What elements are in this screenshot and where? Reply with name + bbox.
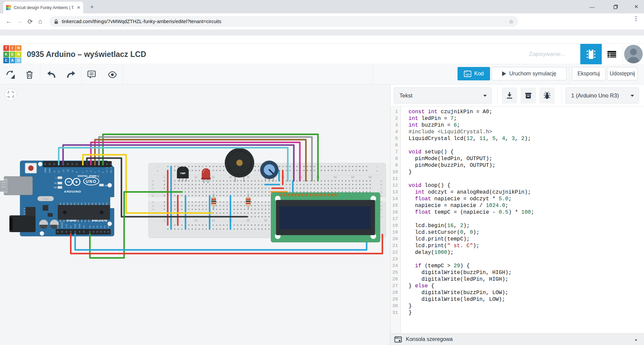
svg-text:50: 50	[334, 176, 337, 179]
svg-text:12: 12	[58, 170, 60, 173]
tmp-sensor[interactable]: TMP	[177, 167, 189, 178]
code-line[interactable]: 4#include <LiquidCrystal.h>	[390, 129, 644, 135]
main-area: AREFGND1312~11~10~987~6~54~32TX→1RX←0IOR…	[0, 84, 644, 345]
code-line[interactable]: 11	[390, 176, 644, 182]
svg-text:+: +	[376, 169, 378, 173]
bookmark-star-icon[interactable]: ☆	[509, 18, 514, 25]
code-line[interactable]: 3int buzzPin = 6;	[390, 122, 644, 129]
redo-button[interactable]	[65, 69, 77, 80]
tab-close-icon[interactable]: ✕	[77, 5, 80, 10]
code-button-label: Kod	[474, 71, 484, 77]
console-expand-icon[interactable]: ▲	[634, 338, 638, 341]
circuits-view-button[interactable]	[580, 44, 602, 64]
code-line[interactable]: 25 digitalWrite(buzzPin, HIGH);	[390, 269, 644, 276]
code-line[interactable]: 20 lcd.print(tempC);	[390, 236, 644, 243]
debugger-button[interactable]	[539, 87, 555, 104]
arduino-uno[interactable]: AREFGND1312~11~10~987~6~54~32TX→1RX←0IOR…	[4, 161, 114, 236]
export-button[interactable]: Eksportuj	[572, 67, 605, 80]
code-line[interactable]: 30}	[390, 303, 644, 309]
code-line[interactable]: 22 delay(1000);	[390, 249, 644, 256]
code-line[interactable]: 6	[390, 142, 644, 149]
code-line[interactable]: 14 float napiecie = odczyt * 5.0;	[390, 196, 644, 202]
code-line[interactable]: 18 lcd.begin(16, 2);	[390, 222, 644, 229]
download-icon	[506, 91, 513, 99]
code-line[interactable]: 19 lcd.setCursor(0, 0);	[390, 229, 644, 236]
back-icon[interactable]: ←	[4, 17, 13, 26]
address-bar[interactable]: tinkercad.com/things/7vMWqdZTHZL-funky-a…	[49, 16, 518, 27]
lcd-display[interactable]: GNDVCCV0RSRWEDB0DB1DB2DB3DB4DB5DB6DB7LED…	[271, 193, 380, 242]
svg-text:C: C	[152, 187, 154, 190]
code-line[interactable]: 12void loop() {	[390, 182, 644, 189]
resistor-1[interactable]	[211, 197, 216, 206]
browser-tab[interactable]: TINKERCAD Circuit design Funky Amberis |…	[3, 2, 83, 13]
window-minimize-button[interactable]: —	[584, 0, 600, 13]
svg-text:~6: ~6	[86, 170, 88, 173]
undo-button[interactable]	[46, 69, 57, 80]
window-close-button[interactable]: ✕	[629, 0, 644, 13]
visibility-button[interactable]	[107, 69, 118, 80]
svg-text:B: B	[380, 183, 382, 186]
code-line[interactable]: 15 napiecie = napiecie / 1024.0;	[390, 202, 644, 209]
code-line[interactable]: 28 digitalWrite(buzzPin, LOW);	[390, 289, 644, 296]
components-drawer-handle[interactable]	[0, 181, 7, 192]
code-line[interactable]: 5LiquidCrystal lcd(12, 11, 5, 4, 3, 2);	[390, 135, 644, 142]
code-line[interactable]: 16 float tempC = (napiecie - 0.5) * 100;	[390, 209, 644, 216]
run-simulation-label: Uruchom symulację	[509, 71, 556, 77]
piezo-buzzer[interactable]	[225, 148, 254, 178]
notes-button[interactable]	[86, 69, 97, 80]
resistor-2[interactable]	[246, 197, 251, 206]
svg-text:~3: ~3	[98, 170, 100, 173]
ic-chip-icon	[586, 49, 596, 60]
board-select[interactable]: 1 (Arduino Uno R3)	[566, 87, 639, 104]
logo-letter: A	[8, 8, 9, 10]
code-view-select[interactable]: Tekst	[394, 87, 492, 104]
code-line[interactable]: 8 pinMode(ledPin, OUTPUT);	[390, 155, 644, 162]
user-avatar[interactable]	[624, 45, 643, 63]
rotate-button[interactable]	[5, 69, 16, 80]
tinkercad-logo[interactable]: TINKERCAD	[3, 45, 22, 64]
code-editor[interactable]: 1const int czujnikPin = A0;2int ledPin =…	[390, 107, 644, 333]
circuit-drawing: AREFGND1312~11~10~987~6~54~32TX→1RX←0IOR…	[0, 84, 390, 345]
reload-icon[interactable]: ⟳	[25, 17, 35, 26]
circuit-canvas[interactable]: AREFGND1312~11~10~987~6~54~32TX→1RX←0IOR…	[0, 84, 390, 345]
app-header: TINKERCAD 0935 Arduino – wyświetlacz LCD…	[0, 44, 644, 64]
logo-letter: E	[8, 7, 9, 8]
new-tab-button[interactable]: +	[88, 3, 96, 11]
code-line[interactable]: 17	[390, 216, 644, 222]
forward-icon[interactable]: →	[15, 17, 24, 26]
logo-letter: E	[10, 52, 15, 57]
code-line[interactable]: 29 digitalWrite(ledPin, LOW);	[390, 296, 644, 303]
run-simulation-button[interactable]: Uruchom symulację	[492, 67, 567, 80]
archive-button[interactable]	[521, 87, 536, 104]
editor-toolbar: </> Kod Uruchom symulację Eksportuj Udos…	[0, 65, 644, 84]
svg-text:F: F	[381, 201, 382, 204]
code-line[interactable]: 10}	[390, 169, 644, 176]
potentiometer[interactable]	[261, 161, 278, 179]
zoom-to-fit-button[interactable]	[5, 88, 17, 100]
browser-menu-icon[interactable]: ⋮	[633, 17, 639, 20]
code-line[interactable]: 2int ledPin = 7;	[390, 115, 644, 122]
code-button[interactable]: </> Kod	[458, 67, 490, 80]
component-list-button[interactable]	[602, 44, 622, 64]
red-led[interactable]	[201, 168, 211, 180]
code-line[interactable]: 31}	[390, 309, 644, 316]
code-line[interactable]: 27} else {	[390, 283, 644, 289]
svg-text:IOREF: IOREF	[57, 222, 59, 228]
code-line[interactable]: 23	[390, 256, 644, 263]
code-line[interactable]: 24 if (tempC > 29) {	[390, 263, 644, 269]
window-restore-button[interactable]	[608, 0, 623, 13]
download-code-button[interactable]	[502, 87, 517, 104]
code-line[interactable]: 13 int odczyt = analogRead(czujnikPin);	[390, 189, 644, 196]
code-line[interactable]: 26 digitalWrite(ledPin, HIGH);	[390, 276, 644, 283]
code-line[interactable]: 1const int czujnikPin = A0;	[390, 109, 644, 115]
design-title[interactable]: 0935 Arduino – wyświetlacz LCD	[27, 44, 146, 65]
code-line[interactable]: 21 lcd.print(" st. C");	[390, 243, 644, 249]
share-button[interactable]: Udostępnij	[607, 67, 638, 80]
serial-console-bar[interactable]: Konsola szeregowa ▲	[390, 333, 644, 345]
svg-text:POWER: POWER	[66, 219, 76, 222]
code-line[interactable]: 9 pinMode(buzzPin, OUTPUT);	[390, 162, 644, 169]
home-icon[interactable]: ⌂	[36, 17, 45, 26]
delete-button[interactable]	[24, 69, 35, 80]
code-line[interactable]: 7void setup() {	[390, 149, 644, 155]
trash-icon	[25, 70, 34, 79]
